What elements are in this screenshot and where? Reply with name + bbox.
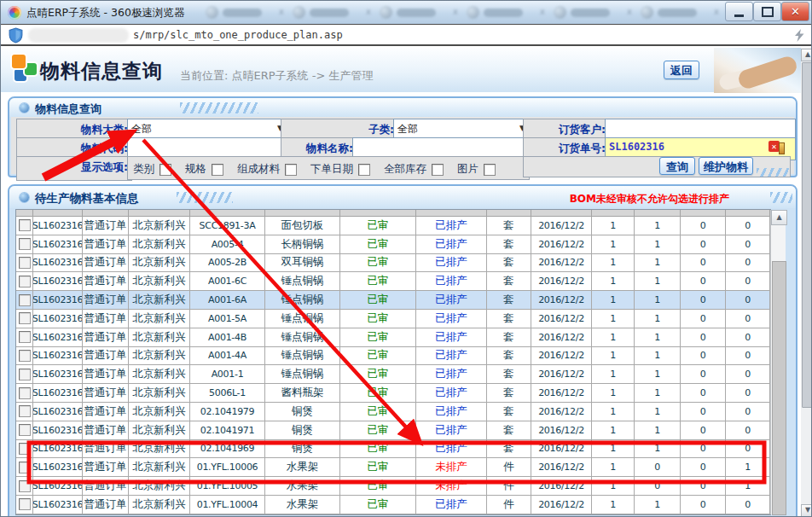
table-row[interactable]: SL1602316 普通订单 北京新利兴 01.YFL.10004 水果架 已审… [16,496,770,514]
browser-tab-blurred[interactable]: x [291,4,373,21]
cell-order-no: SL1602316 [33,217,83,235]
row-checkbox[interactable] [19,331,31,343]
tab-close-icon[interactable]: x [627,7,632,16]
table-row[interactable]: SL1602316 普通订单 北京新利兴 A001-4A 锤点铜锅 已审 已排产… [16,347,770,366]
row-checkbox[interactable] [19,480,31,492]
row-checkbox-cell[interactable] [16,235,33,253]
row-checkbox[interactable] [19,405,31,417]
page-scrollbar-thumb[interactable] [802,62,812,408]
row-checkbox-cell[interactable] [16,365,33,383]
display-option-checkbox[interactable] [212,164,223,176]
tab-close-icon[interactable]: x [714,7,719,16]
table-row[interactable]: SL1602316 普通订单 北京新利兴 02.1041971 铜煲 已审 已排… [16,421,770,440]
cell-qty: 1 [592,403,635,421]
cell-material-name: 双耳铜锅 [265,254,340,272]
display-option-checkbox[interactable] [432,164,444,176]
cell-audit-status: 已审 [340,496,416,514]
row-checkbox-cell[interactable] [16,458,33,476]
cell-qty-col3: 0 [681,272,726,290]
row-checkbox-cell[interactable] [16,254,33,272]
row-checkbox-cell[interactable] [16,440,33,458]
close-button[interactable]: ✕ [781,2,809,21]
row-checkbox-cell[interactable] [16,384,33,402]
table-scrollbar-thumb[interactable] [772,261,786,515]
row-checkbox[interactable] [19,257,31,269]
tab-close-icon[interactable]: x [540,7,545,16]
row-checkbox[interactable] [19,462,31,473]
cell-order-no: SL1602316 [33,458,83,476]
row-checkbox[interactable] [19,276,31,288]
cell-customer: 北京新利兴 [129,272,190,290]
table-row[interactable]: SL1602316 普通订单 北京新利兴 A001-5A 锤点铜锅 已审 已排产… [16,310,770,328]
scroll-up-arrow-icon[interactable]: ▲ [801,49,812,61]
cell-schedule-status: 已排产 [416,384,487,402]
display-option-checkbox[interactable] [484,164,496,176]
table-row[interactable]: SL1602316 普通订单 北京新利兴 A001-4B 锤点铜锅 已审 已排产… [16,328,770,347]
edit-pencil-icon[interactable] [779,142,785,154]
cell-order-date: 2016/12/2 [531,291,592,309]
cell-customer: 北京新利兴 [129,254,190,272]
browser-tab-blurred[interactable]: x [465,4,547,21]
table-row[interactable]: SL1602316 普通订单 北京新利兴 A001-6C 锤点铜锅 已审 已排产… [16,272,770,291]
table-row[interactable]: SL1602316 普通订单 北京新利兴 02.1041979 铜煲 已审 已排… [16,403,770,421]
page-scrollbar[interactable]: ▲ ▼ [801,48,812,517]
browser-tab-blurred[interactable]: x [552,4,634,21]
maintain-material-button[interactable]: 维护物料 [699,157,753,175]
lightning-icon[interactable] [795,29,804,42]
display-option-checkbox[interactable] [160,164,171,176]
shield-icon[interactable] [8,27,24,44]
row-checkbox[interactable] [19,443,31,455]
table-row[interactable]: SL1602316 普通订单 北京新利兴 A005-2B 双耳铜锅 已审 已排产… [16,254,770,273]
table-scrollbar[interactable]: ▲ [770,210,786,514]
table-row[interactable]: SL1602316 普通订单 北京新利兴 A001-6A 锤点铜锅 已审 已排产… [16,291,770,310]
table-row[interactable]: SL1602316 普通订单 北京新利兴 01.YFL.10005 水果架 已审… [16,477,770,496]
back-button[interactable]: 返回 [664,61,699,79]
row-checkbox[interactable] [19,369,31,380]
row-checkbox-cell[interactable] [16,347,33,365]
maximize-button[interactable] [753,2,781,21]
table-row[interactable]: SL1602316 普通订单 北京新利兴 5006L-1 酱料瓶架 已审 已排产… [16,384,770,403]
cell-qty-scheduled: 1 [635,272,681,290]
row-checkbox-cell[interactable] [16,403,33,421]
browser-tab-blurred[interactable]: x [639,4,721,21]
tab-close-icon[interactable]: x [279,7,284,16]
cell-material-code: A001-5A [190,310,265,328]
table-row[interactable]: SL1602316 普通订单 北京新利兴 02.1041969 铜煲 已审 已排… [16,440,770,459]
row-checkbox[interactable] [19,424,31,436]
query-button[interactable]: 查询 [659,157,695,175]
row-checkbox-cell[interactable] [16,421,33,439]
row-checkbox-cell[interactable] [16,477,33,495]
row-checkbox-cell[interactable] [16,217,33,235]
table-row[interactable]: SL1602316 普通订单 北京新利兴 A005-4 长柄铜锅 已审 已排产 … [16,235,770,254]
browser-tab-blurred[interactable]: x [204,4,286,21]
scroll-up-arrow-icon[interactable]: ▲ [771,210,787,225]
row-checkbox[interactable] [19,498,31,510]
row-checkbox[interactable] [19,219,31,231]
row-checkbox-cell[interactable] [16,291,33,309]
display-option-checkbox[interactable] [285,164,297,176]
row-checkbox[interactable] [19,387,31,399]
row-checkbox[interactable] [19,238,31,250]
cell-schedule-status: 已排产 [416,440,487,458]
row-checkbox[interactable] [19,350,31,362]
cell-order-no: SL1602316 [33,477,83,495]
table-row[interactable]: SL1602316 普通订单 北京新利兴 01.YFL.10006 水果架 已审… [16,458,770,477]
row-checkbox[interactable] [19,294,31,306]
tab-bullet-icon [20,193,29,202]
row-checkbox-cell[interactable] [16,310,33,328]
cell-audit-status: 已审 [340,254,416,272]
row-checkbox[interactable] [19,312,31,324]
scroll-down-arrow-icon[interactable]: ▼ [801,504,812,517]
row-checkbox-cell[interactable] [16,328,33,346]
table-row[interactable]: SL1602316 普通订单 北京新利兴 A001-1 锤点铜锅 已审 已排产 … [16,365,770,384]
minimize-button[interactable] [725,2,753,21]
tab-close-icon[interactable]: x [453,7,458,16]
table-row[interactable]: SL1602316 普通订单 北京新利兴 SCC1891-3A 面包切板 已审 … [16,217,770,235]
cell-order-date: 2016/12/2 [531,328,592,346]
tab-close-icon[interactable]: x [366,7,371,16]
display-option-checkbox[interactable] [358,164,370,176]
row-checkbox-cell[interactable] [16,496,33,514]
row-checkbox-cell[interactable] [16,272,33,290]
url-text[interactable]: s/mrp/slc_mto_one_produce_plan.asp [133,29,343,41]
browser-tab-blurred[interactable]: x [378,4,460,21]
